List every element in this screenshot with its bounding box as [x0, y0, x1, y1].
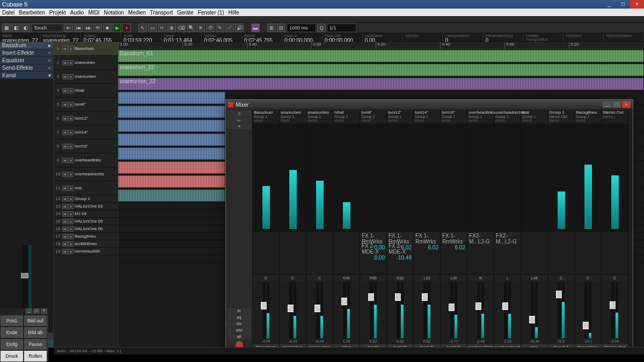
osk-rollen[interactable]: Rollen	[24, 350, 47, 362]
channel-eq-display[interactable]	[333, 124, 360, 232]
channel-name-top[interactable]: tom16"	[442, 110, 466, 115]
track-solo[interactable]: s	[68, 196, 74, 202]
fader[interactable]	[611, 282, 614, 338]
arrow-tool[interactable]: ↖	[138, 24, 147, 32]
track-mute[interactable]: m	[62, 186, 68, 191]
bypass-icon[interactable]: ○	[48, 49, 51, 57]
track-name[interactable]: tom12"	[75, 116, 116, 121]
track-row[interactable]: 15 ms HALionOne 05	[54, 218, 118, 225]
track-row[interactable]: 4 ms hihat	[54, 84, 118, 98]
track-row[interactable]: 3 ms snareunten	[54, 70, 118, 84]
channel-eq-display[interactable]	[360, 124, 386, 232]
channel-routing[interactable]: Group 1	[495, 115, 519, 119]
pan-control[interactable]: L33	[415, 276, 439, 281]
channel-routing[interactable]: Group 1	[308, 115, 332, 119]
osk-bildauf[interactable]: Bild auf	[24, 315, 47, 327]
split-tool[interactable]: ✂	[158, 24, 166, 32]
inspector-track-name[interactable]: Bassdrum	[2, 42, 26, 49]
audio-clip[interactable]	[118, 134, 225, 146]
pan-control[interactable]: R10	[388, 276, 412, 281]
channel-name-top[interactable]: tom14"	[415, 110, 439, 115]
db-readout[interactable]: 6.02	[370, 339, 377, 343]
pan-control[interactable]: C	[549, 276, 573, 281]
channel-eq-display[interactable]	[414, 124, 440, 232]
track-mute[interactable]: m	[62, 211, 68, 217]
mixer-send-button[interactable]: snd	[227, 327, 251, 333]
channel-routing[interactable]: Group 1	[281, 115, 305, 119]
track-solo[interactable]: s	[68, 249, 74, 254]
color-tool[interactable]: ▬	[251, 24, 260, 32]
track-row[interactable]: 12 ms Group 1	[54, 195, 118, 203]
send-slot[interactable]: FX 1-RmWrks6.02	[387, 232, 413, 242]
track-name[interactable]: Group 1	[75, 196, 116, 201]
track-row[interactable]: 17 ms Bassgitneu	[54, 233, 118, 240]
channel-name-top[interactable]: snareoben	[281, 110, 305, 115]
osk-bildab[interactable]: Bild ab	[24, 327, 47, 338]
db-readout[interactable]: -4.99	[262, 339, 270, 343]
fader[interactable]	[343, 282, 346, 338]
window-maximize-button[interactable]: □	[616, 0, 630, 9]
track-name[interactable]: snareunten	[75, 74, 116, 79]
track-row[interactable]: 11 ms ride	[54, 181, 118, 195]
forward-button[interactable]: ⏭	[84, 24, 92, 32]
db-readout[interactable]: -2.00	[611, 339, 619, 343]
quantize-button[interactable]: Q	[317, 24, 326, 32]
channel-eq-display[interactable]	[253, 124, 279, 232]
pan-control[interactable]: L48	[522, 276, 546, 281]
track-row[interactable]: 6 ms tom12"	[54, 112, 118, 125]
timewarp-tool[interactable]: ⏱	[206, 24, 215, 32]
inspector-fader[interactable]	[22, 245, 27, 315]
channel-eq-display[interactable]	[467, 124, 494, 232]
mixer-ins-button[interactable]: ins	[227, 321, 251, 327]
fader[interactable]	[262, 282, 266, 338]
expand-icon[interactable]: ▸	[48, 42, 51, 49]
track-solo[interactable]: s	[68, 211, 74, 217]
fader[interactable]	[584, 282, 588, 338]
range-tool[interactable]: ▭	[148, 24, 157, 32]
pan-control[interactable]: R	[469, 276, 493, 281]
track-name[interactable]: HALionOne 06	[75, 226, 116, 231]
automation-toggle[interactable]: ◐	[21, 24, 30, 32]
channel-name-top[interactable]: overheadlinks	[469, 110, 493, 115]
track-mute[interactable]: m	[62, 219, 68, 224]
track-mute[interactable]: m	[62, 249, 68, 254]
track-solo[interactable]: s	[68, 204, 74, 209]
channel-eq-display[interactable]	[441, 124, 467, 232]
audio-clip[interactable]: snareoben_22	[118, 64, 644, 76]
track-solo[interactable]: s	[68, 130, 74, 135]
channel-eq-display[interactable]	[575, 124, 601, 232]
osk-close[interactable]: ×	[41, 308, 47, 314]
osk-restore[interactable]: □	[33, 308, 40, 314]
prev-marker-button[interactable]: ⇤	[64, 24, 73, 32]
track-row[interactable]: 7 ms tom14"	[54, 125, 118, 139]
track-name[interactable]: Bassgitneu	[75, 234, 116, 239]
db-readout[interactable]: 6.02	[423, 339, 431, 343]
track-solo[interactable]: s	[68, 102, 74, 107]
fader[interactable]	[504, 282, 507, 338]
mixer-titlebar[interactable]: Mixer _ □ ×	[226, 100, 633, 109]
track-name[interactable]: Bassdrum	[75, 46, 116, 51]
clip-lane[interactable]: snareunten_22	[118, 77, 644, 91]
track-name[interactable]: HALionOne 03	[75, 204, 116, 209]
channel-routing[interactable]: Group 1	[254, 115, 278, 119]
track-row[interactable]: 2 ms snareoben	[54, 56, 118, 70]
track-mute[interactable]: m	[62, 74, 68, 79]
track-mute[interactable]: m	[62, 116, 68, 121]
mixer-input-button[interactable]: in	[227, 308, 251, 314]
window-close-button[interactable]: ×	[630, 0, 644, 9]
track-mute[interactable]: m	[62, 144, 68, 149]
track-solo[interactable]: s	[68, 74, 74, 79]
pan-control[interactable]: C	[308, 276, 332, 281]
menu-geraete[interactable]: Geräte	[177, 10, 194, 16]
track-name[interactable]: hihat	[75, 88, 116, 93]
mixer-wide-button[interactable]: ▭	[227, 117, 251, 123]
channel-eq-display[interactable]	[280, 124, 306, 232]
fader[interactable]	[289, 282, 292, 338]
track-row[interactable]: 19 ms berndneu606	[54, 248, 118, 255]
channel-name-top[interactable]: Group 1	[549, 110, 573, 115]
track-solo[interactable]: s	[68, 219, 74, 224]
channel-name-top[interactable]: Bassgitneu	[576, 110, 600, 115]
mixer-rack-button[interactable]: ≡	[227, 123, 251, 129]
inspector-inserts[interactable]: Insert-Effekte	[2, 49, 34, 57]
track-mute[interactable]: m	[62, 241, 68, 247]
